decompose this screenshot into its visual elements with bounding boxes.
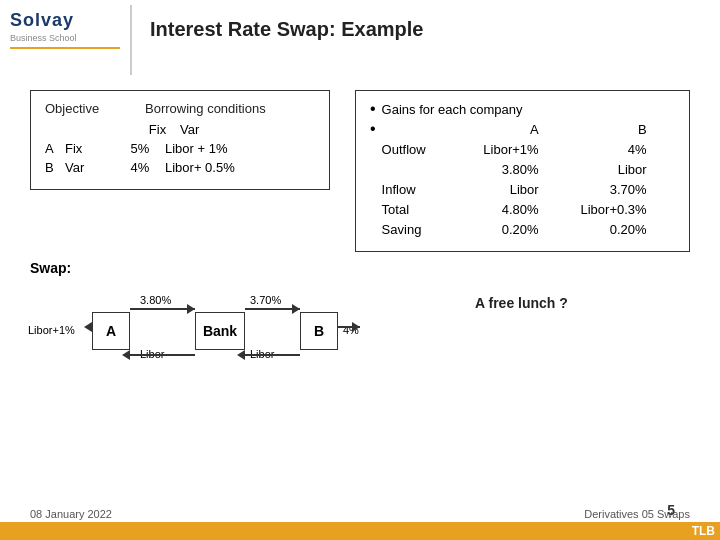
var-col-header: Var (180, 122, 280, 137)
logo-underline (10, 47, 120, 49)
swap-diagram: Libor+1% A 3.80% Libor Bank 3.70% Libor (30, 286, 330, 376)
arrow-bank-a-bot-line (130, 354, 195, 356)
arrow-bank-b-top-head (292, 304, 300, 314)
col-headers: Fix Var (45, 122, 315, 137)
row-a-var: Libor + 1% (165, 141, 255, 156)
logo-name: Solvay (10, 10, 120, 31)
page-number: 5 (667, 502, 675, 518)
left-outer-arrowhead (84, 322, 92, 332)
row-b-obj: Var (65, 160, 115, 175)
header-divider (130, 5, 132, 75)
swap-section: Swap: Libor+1% A 3.80% Libor Bank 3.70% … (30, 260, 340, 376)
col-b-header: B (547, 122, 647, 137)
outflow-row: • Outflow Libor+1% 4% (370, 141, 675, 157)
borrowing-label: Borrowing conditions (145, 101, 266, 116)
libor-plus-label: Libor+1% (28, 324, 75, 336)
total-row: • Total 4.80% Libor+0.3% (370, 201, 675, 217)
row-a-letter: A (45, 141, 65, 156)
fix-col-header: Fix (135, 122, 180, 137)
panel-header-row: Objective Borrowing conditions (45, 101, 315, 116)
row-b-letter: B (45, 160, 65, 175)
bullet1: • (370, 101, 376, 117)
inflow-row: • Inflow Libor 3.70% (370, 181, 675, 197)
total-a: 4.80% (447, 202, 547, 217)
gains-panel: • Gains for each company • A B • Outflow… (355, 90, 690, 252)
row-b-fix: 4% (115, 160, 165, 175)
arrow-a-bank-top-head (187, 304, 195, 314)
box-b: B (300, 312, 338, 350)
rate-380-label: 3.80% (140, 294, 171, 306)
arrow-b-bank-bot-line (245, 354, 300, 356)
saving-b: 0.20% (547, 222, 647, 237)
spacer (45, 122, 135, 137)
col-a-header: A (447, 122, 547, 137)
swap-rate-row: • 3.80% Libor (370, 161, 675, 177)
row-a-fix: 5% (115, 141, 165, 156)
gold-bar (0, 522, 720, 540)
footer-date: 08 January 2022 (30, 508, 112, 520)
arrow-a-bank-top-line (130, 308, 195, 310)
box-a: A (92, 312, 130, 350)
borrowing-conditions-panel: Objective Borrowing conditions Fix Var A… (30, 90, 330, 190)
objective-label: Objective (45, 101, 115, 116)
right-outer-arrowhead (352, 322, 360, 332)
logo: Solvay Business School (10, 10, 120, 65)
saving-row: • Saving 0.20% 0.20% (370, 221, 675, 237)
outflow-b: 4% (547, 142, 647, 157)
row-b: B Var 4% Libor+ 0.5% (45, 160, 315, 175)
swap-rate-b: Libor (547, 162, 647, 177)
total-b: Libor+0.3% (547, 202, 647, 217)
swap-label: Swap: (30, 260, 340, 276)
box-bank: Bank (195, 312, 245, 350)
footer: 08 January 2022 Derivatives 05 Swaps (0, 508, 720, 520)
logo-subtitle: Business School (10, 33, 120, 43)
rate-370-label: 3.70% (250, 294, 281, 306)
free-lunch-label: A free lunch ? (475, 295, 568, 311)
bullet2: • (370, 121, 376, 137)
total-label: Total (382, 202, 447, 217)
gains-title: Gains for each company (382, 102, 523, 117)
gains-header1: • Gains for each company (370, 101, 675, 117)
arrow-bank-a-bot-head (122, 350, 130, 360)
swap-rate-a: 3.80% (447, 162, 547, 177)
row-a: A Fix 5% Libor + 1% (45, 141, 315, 156)
row-a-obj: Fix (65, 141, 115, 156)
row-b-var: Libor+ 0.5% (165, 160, 255, 175)
arrow-b-bank-bot-head (237, 350, 245, 360)
saving-label: Saving (382, 222, 447, 237)
outflow-a: Libor+1% (447, 142, 547, 157)
inflow-label: Inflow (382, 182, 447, 197)
inflow-a: Libor (447, 182, 547, 197)
page-title: Interest Rate Swap: Example (150, 18, 423, 41)
inflow-b: 3.70% (547, 182, 647, 197)
outflow-label: Outflow (382, 142, 447, 157)
saving-a: 0.20% (447, 222, 547, 237)
gains-header2: • A B (370, 121, 675, 137)
tlb-logo: TLB (692, 524, 715, 538)
